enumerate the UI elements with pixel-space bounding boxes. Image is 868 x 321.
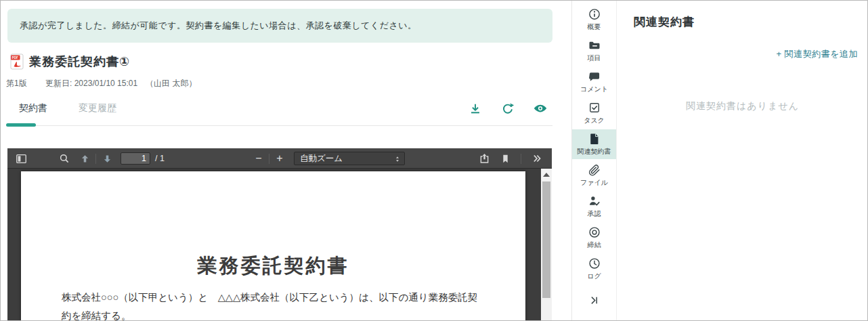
bookmark-icon bbox=[500, 153, 511, 165]
sidebar-item-approval[interactable]: 承認 bbox=[572, 192, 616, 221]
download-button[interactable] bbox=[468, 102, 483, 116]
version-label: 第1版 bbox=[6, 79, 27, 88]
sidebar-item-log[interactable]: ログ bbox=[572, 254, 616, 284]
contract-body: 株式会社○○○（以下甲という）と △△△株式会社（以下乙という）は、以下の通り業… bbox=[62, 288, 486, 321]
tab-history[interactable]: 変更履歴 bbox=[79, 102, 116, 114]
sidebar-item-label: 承認 bbox=[588, 209, 601, 219]
zoom-level-value: 自動ズーム bbox=[300, 153, 343, 165]
right-sidebar: 概要 項目 コメント タスク bbox=[571, 1, 617, 321]
open-file-button[interactable] bbox=[476, 150, 492, 167]
open-file-icon bbox=[478, 152, 491, 165]
pdf-scrollbar[interactable] bbox=[541, 169, 552, 321]
paperclip-icon bbox=[588, 163, 601, 177]
more-tools-button[interactable] bbox=[529, 150, 545, 167]
collapse-panel-icon bbox=[588, 294, 601, 307]
document-header: PDF 業務委託契約書① bbox=[10, 53, 130, 70]
contract-heading: 業務委託契約書 bbox=[21, 253, 525, 280]
bookmark-button[interactable] bbox=[497, 150, 513, 167]
sidebar-toggle-button[interactable] bbox=[13, 150, 29, 167]
page-number-input[interactable] bbox=[121, 152, 150, 165]
tab-divider bbox=[6, 125, 552, 126]
active-tab-underline bbox=[6, 123, 36, 127]
tab-contract[interactable]: 契約書 bbox=[19, 102, 47, 114]
select-spinner-icon bbox=[393, 154, 402, 164]
contract-body-line: 株式会社○○○（以下甲という）と △△△株式会社（以下乙という）は、以下の通り業… bbox=[62, 288, 486, 307]
arrow-down-icon bbox=[102, 153, 113, 165]
scrollbar-up-arrow[interactable] bbox=[543, 173, 550, 177]
scrollbar-thumb[interactable] bbox=[542, 181, 550, 298]
previous-page-button[interactable] bbox=[77, 150, 93, 167]
pdf-page: 業務委託契約書 株式会社○○○（以下甲という）と △△△株式会社（以下乙という）… bbox=[21, 171, 525, 321]
sidebar-item-label: 概要 bbox=[588, 22, 601, 32]
sidebar-item-label: 締結 bbox=[588, 240, 601, 250]
pdf-viewer: / 1 − + 自動ズーム bbox=[7, 148, 552, 321]
sidebar-item-label: ファイル bbox=[580, 178, 608, 188]
empty-message: 関連契約書はありません bbox=[617, 100, 867, 112]
search-icon bbox=[58, 152, 70, 165]
pdf-toolbar-right bbox=[476, 148, 545, 169]
pdf-toolbar-zoom-group: − + 自動ズーム bbox=[251, 148, 405, 169]
document-actions bbox=[468, 102, 548, 116]
fields-icon bbox=[588, 39, 601, 52]
toolbar-separator bbox=[521, 154, 521, 164]
sidebar-item-label: コメント bbox=[580, 85, 608, 94]
sidebar-item-label: タスク bbox=[584, 116, 605, 125]
clock-icon bbox=[588, 257, 601, 270]
page-count-label: / 1 bbox=[155, 154, 165, 163]
sidebar-item-comments[interactable]: コメント bbox=[572, 67, 616, 97]
zoom-out-button[interactable]: − bbox=[251, 150, 266, 167]
related-contracts-panel: 関連契約書 + 関連契約書を追加 関連契約書はありません bbox=[617, 1, 867, 321]
pdf-toolbar: / 1 − + 自動ズーム bbox=[7, 148, 552, 169]
sidebar-item-fields[interactable]: 項目 bbox=[572, 36, 616, 66]
main-content: 承認が完了しました。締結が可能です。契約書を編集したい場合は、承認を破棄してくだ… bbox=[1, 1, 571, 321]
page-title: 業務委託契約書① bbox=[29, 53, 130, 70]
next-page-button[interactable] bbox=[99, 150, 115, 167]
sidebar-toggle-icon bbox=[15, 152, 28, 165]
app-window: 承認が完了しました。締結が可能です。契約書を編集したい場合は、承認を破棄してくだ… bbox=[0, 0, 868, 321]
pdf-stage: 業務委託契約書 株式会社○○○（以下甲という）と △△△株式会社（以下乙という）… bbox=[7, 169, 541, 321]
related-doc-icon bbox=[588, 132, 601, 146]
pdf-toolbar-left: / 1 bbox=[13, 148, 165, 169]
notification-banner: 承認が完了しました。締結が可能です。契約書を編集したい場合は、承認を破棄してくだ… bbox=[7, 9, 552, 43]
find-button[interactable] bbox=[56, 150, 72, 167]
banner-message: 承認が完了しました。締結が可能です。契約書を編集したい場合は、承認を破棄してくだ… bbox=[20, 20, 417, 32]
double-chevron-icon bbox=[531, 152, 543, 165]
sidebar-item-label: 関連契約書 bbox=[578, 147, 611, 156]
pdf-file-icon: PDF bbox=[10, 53, 24, 70]
toolbar-separator bbox=[269, 154, 269, 164]
contract-body-line: 約を締結する。 bbox=[62, 307, 486, 321]
sidebar-item-related-contracts[interactable]: 関連契約書 bbox=[572, 129, 616, 159]
arrow-up-icon bbox=[79, 153, 91, 165]
sidebar-item-label: 項目 bbox=[588, 53, 601, 63]
approval-person-icon bbox=[588, 194, 601, 208]
collapse-panel-button[interactable] bbox=[572, 286, 616, 314]
reload-button[interactable] bbox=[500, 102, 515, 116]
tab-bar: 契約書 変更履歴 bbox=[6, 102, 116, 114]
toolbar-separator bbox=[95, 154, 96, 164]
add-related-contract-link[interactable]: + 関連契約書を追加 bbox=[776, 48, 858, 60]
svg-text:PDF: PDF bbox=[12, 56, 18, 60]
sidebar-item-conclusion[interactable]: 締結 bbox=[572, 223, 616, 253]
sidebar-item-files[interactable]: ファイル bbox=[572, 160, 616, 190]
info-icon bbox=[588, 7, 601, 21]
zoom-in-button[interactable]: + bbox=[272, 150, 287, 167]
eye-icon bbox=[533, 102, 548, 116]
download-icon bbox=[468, 102, 483, 116]
sidebar-item-tasks[interactable]: タスク bbox=[572, 98, 616, 128]
sidebar-item-overview[interactable]: 概要 bbox=[572, 5, 616, 35]
preview-button[interactable] bbox=[533, 102, 548, 116]
comment-icon bbox=[588, 70, 601, 83]
seal-circle-icon bbox=[588, 226, 601, 239]
updated-label: 更新日: 2023/01/10 15:01 （山田 太郎） bbox=[45, 79, 196, 88]
task-icon bbox=[588, 101, 601, 114]
reload-icon bbox=[500, 102, 515, 116]
sidebar-item-label: ログ bbox=[587, 272, 601, 281]
panel-title: 関連契約書 bbox=[634, 14, 695, 30]
document-meta: 第1版 更新日: 2023/01/10 15:01 （山田 太郎） bbox=[6, 78, 196, 89]
zoom-level-select[interactable]: 自動ズーム bbox=[294, 152, 405, 165]
